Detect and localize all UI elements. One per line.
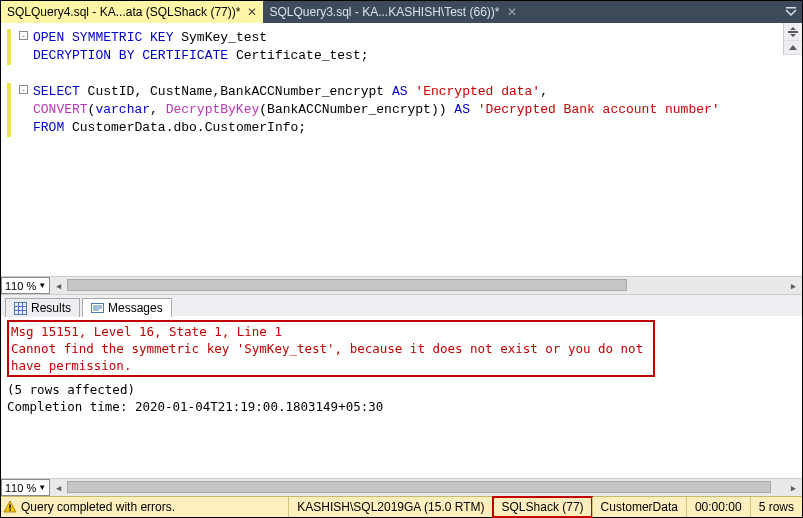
document-tabstrip: SQLQuery4.sql - KA...ata (SQLShack (77))… bbox=[1, 1, 802, 23]
status-text: Query completed with errors. bbox=[19, 500, 288, 514]
editor-zoom-row: 110 % ▼ ◂ ▸ bbox=[1, 276, 802, 294]
status-elapsed: 00:00:00 bbox=[686, 497, 750, 517]
messages-hscrollbar[interactable]: ◂ ▸ bbox=[50, 479, 802, 496]
error-body: Cannot find the symmetric key 'SymKey_te… bbox=[11, 340, 651, 374]
editor-hscrollbar[interactable]: ◂ ▸ bbox=[50, 277, 802, 294]
close-icon[interactable]: ✕ bbox=[507, 5, 517, 19]
messages-icon bbox=[91, 302, 104, 315]
tab-active[interactable]: SQLQuery4.sql - KA...ata (SQLShack (77))… bbox=[1, 1, 263, 23]
messages-zoom-selector[interactable]: 110 % ▼ bbox=[1, 479, 50, 496]
scroll-up-icon[interactable] bbox=[784, 41, 802, 55]
error-header: Msg 15151, Level 16, State 1, Line 1 bbox=[11, 323, 651, 340]
split-horizontal-icon[interactable] bbox=[784, 23, 802, 41]
scroll-left-icon[interactable]: ◂ bbox=[50, 277, 67, 294]
chevron-down-icon: ▼ bbox=[38, 281, 46, 290]
change-marker bbox=[7, 83, 11, 137]
scroll-right-icon[interactable]: ▸ bbox=[785, 277, 802, 294]
completion-time: Completion time: 2020-01-04T21:19:00.180… bbox=[7, 398, 796, 415]
svg-rect-2 bbox=[15, 302, 27, 314]
status-server: KASHISH\SQL2019GA (15.0 RTM) bbox=[288, 497, 492, 517]
tab-inactive[interactable]: SQLQuery3.sql - KA...KASHISH\Test (66))*… bbox=[263, 1, 522, 23]
fold-toggle-icon[interactable]: - bbox=[19, 85, 28, 94]
scroll-right-icon[interactable]: ▸ bbox=[785, 479, 802, 496]
change-marker bbox=[7, 29, 11, 65]
warning-icon bbox=[1, 500, 19, 514]
tab-overflow-menu[interactable] bbox=[780, 1, 802, 23]
status-bar: Query completed with errors. KASHISH\SQL… bbox=[1, 496, 802, 517]
chevron-down-icon: ▼ bbox=[38, 483, 46, 492]
tab-inactive-label: SQLQuery3.sql - KA...KASHISH\Test (66))* bbox=[269, 5, 499, 19]
editor-zoom-value: 110 % bbox=[5, 280, 36, 292]
tab-active-label: SQLQuery4.sql - KA...ata (SQLShack (77))… bbox=[7, 5, 240, 19]
svg-rect-1 bbox=[788, 31, 798, 33]
tab-results[interactable]: Results bbox=[5, 298, 80, 317]
editor-side-toolbar bbox=[783, 23, 802, 55]
results-tabstrip: Results Messages bbox=[1, 294, 802, 316]
svg-rect-11 bbox=[9, 505, 10, 509]
editor-zoom-selector[interactable]: 110 % ▼ bbox=[1, 277, 50, 294]
status-user: SQLShack (77) bbox=[493, 497, 592, 517]
status-database: CustomerData bbox=[592, 497, 686, 517]
svg-rect-0 bbox=[786, 7, 796, 9]
status-rowcount: 5 rows bbox=[750, 497, 802, 517]
error-message-box: Msg 15151, Level 16, State 1, Line 1 Can… bbox=[7, 320, 655, 377]
fold-toggle-icon[interactable]: - bbox=[19, 31, 28, 40]
scroll-left-icon[interactable]: ◂ bbox=[50, 479, 67, 496]
fold-gutter: - - bbox=[1, 23, 29, 276]
sql-editor[interactable]: - - OPEN SYMMETRIC KEY SymKey_test DECRY… bbox=[1, 23, 802, 276]
tab-results-label: Results bbox=[31, 301, 71, 315]
rows-affected: (5 rows affected) bbox=[7, 381, 796, 398]
tab-messages-label: Messages bbox=[108, 301, 163, 315]
close-icon[interactable]: ✕ bbox=[247, 5, 257, 19]
grid-icon bbox=[14, 302, 27, 315]
messages-pane[interactable]: Msg 15151, Level 16, State 1, Line 1 Can… bbox=[1, 316, 802, 478]
messages-zoom-value: 110 % bbox=[5, 482, 36, 494]
svg-rect-12 bbox=[9, 509, 10, 510]
tab-messages[interactable]: Messages bbox=[82, 298, 172, 317]
messages-zoom-row: 110 % ▼ ◂ ▸ bbox=[1, 478, 802, 496]
code-text[interactable]: OPEN SYMMETRIC KEY SymKey_test DECRYPTIO… bbox=[29, 23, 802, 276]
